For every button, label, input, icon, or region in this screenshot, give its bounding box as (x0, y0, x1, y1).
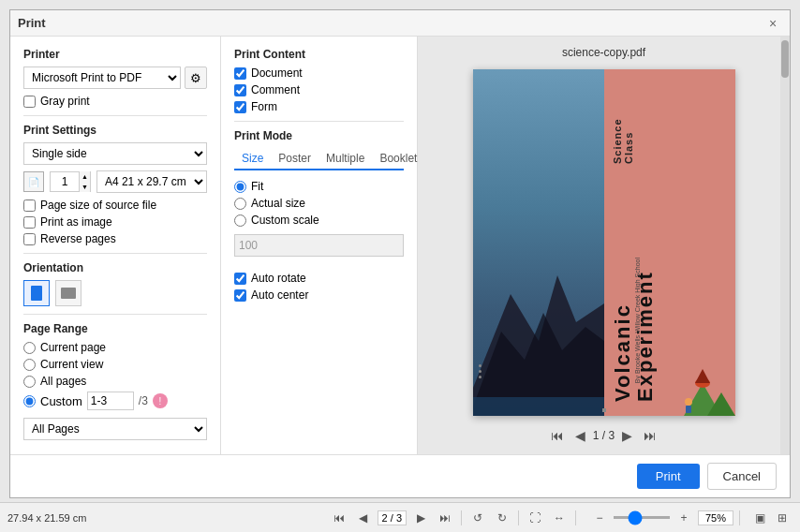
preview-page-indicator: 1 / 3 (593, 429, 615, 442)
orientation-icons (23, 280, 207, 306)
current-page-label[interactable]: Current page (40, 341, 106, 354)
printer-section-title: Printer (23, 48, 207, 61)
current-view-label[interactable]: Current view (40, 358, 103, 371)
preview-nav: ⏮ ◀ 1 / 3 ▶ ⏭ (547, 426, 660, 445)
reverse-pages-label[interactable]: Reverse pages (40, 232, 116, 245)
gray-print-label[interactable]: Gray print (40, 95, 90, 108)
print-as-image-label[interactable]: Print as image (40, 215, 112, 229)
bottom-illustration (674, 364, 735, 416)
page-source-label[interactable]: Page size of source file (40, 199, 156, 212)
gray-print-checkbox[interactable] (23, 96, 36, 108)
zoom-slider[interactable] (614, 516, 670, 519)
actual-size-radio[interactable] (234, 198, 246, 210)
preview-nav-first[interactable]: ⏮ (547, 426, 568, 445)
custom-scale-radio[interactable] (234, 214, 246, 227)
tab-multiple[interactable]: Multiple (319, 148, 372, 170)
continuous-view-button[interactable]: ⊞ (772, 508, 793, 528)
landscape-icon (60, 287, 77, 300)
printer-select[interactable]: Microsoft Print to PDF (23, 66, 181, 89)
comment-checkbox[interactable] (234, 84, 246, 96)
page-total: /3 (139, 394, 148, 407)
preview-scrollbar[interactable] (780, 37, 790, 454)
fit-label[interactable]: Fit (251, 180, 263, 193)
all-pages-radio[interactable] (23, 376, 36, 388)
pages-filter-select[interactable]: All Pages (23, 418, 207, 440)
custom-range-label[interactable]: Custom (40, 394, 82, 408)
preview-nav-next[interactable]: ▶ (618, 426, 636, 445)
dialog-title: Print (18, 16, 46, 30)
print-content-title: Print Content (234, 48, 404, 61)
zoom-out-button[interactable]: − (589, 508, 610, 528)
preview-nav-prev[interactable]: ◀ (571, 426, 589, 445)
svg-rect-10 (686, 406, 691, 413)
single-page-view-button[interactable]: ▣ (749, 508, 770, 528)
portrait-button[interactable] (23, 280, 50, 306)
form-checkbox[interactable] (234, 101, 246, 113)
all-pages-row: All pages (23, 375, 207, 388)
print-as-image-checkbox[interactable] (23, 216, 36, 229)
toolbar-navigate-prev[interactable]: ◀ (353, 508, 374, 528)
document-label[interactable]: Document (251, 66, 303, 80)
printer-row: Microsoft Print to PDF ⚙ (23, 66, 207, 89)
preview-page: Science Class Volcanic Experiment Willow… (473, 69, 735, 416)
preview-class-text: Science Class (612, 83, 634, 164)
actual-size-label[interactable]: Actual size (251, 197, 305, 210)
current-view-row: Current view (23, 358, 207, 371)
auto-rotate-label[interactable]: Auto rotate (251, 272, 306, 285)
auto-center-label[interactable]: Auto center (251, 288, 308, 302)
auto-center-checkbox[interactable] (234, 289, 246, 302)
toolbar-fit-width[interactable]: ↔ (549, 508, 570, 528)
comment-label[interactable]: Comment (251, 83, 300, 96)
landscape-button[interactable] (55, 280, 81, 306)
form-label[interactable]: Form (251, 100, 277, 113)
copies-up-button[interactable]: ▲ (80, 171, 90, 182)
current-view-radio[interactable] (23, 359, 36, 371)
zoom-percentage: 75% (698, 510, 733, 525)
bottom-indicator (602, 408, 606, 412)
current-page-radio[interactable] (23, 342, 36, 354)
close-button[interactable]: × (763, 14, 782, 33)
divider-1 (23, 115, 207, 116)
copies-input[interactable] (51, 172, 79, 191)
paper-size-select[interactable]: A4 21 x 29.7 cm (96, 170, 207, 193)
toolbar-rotate-right[interactable]: ↻ (492, 508, 512, 528)
all-pages-label[interactable]: All pages (40, 375, 86, 388)
custom-scale-label[interactable]: Custom scale (251, 214, 319, 227)
toolbar-rotate-left[interactable]: ↺ (467, 508, 488, 528)
document-checkbox[interactable] (234, 67, 246, 80)
auto-rotate-checkbox[interactable] (234, 273, 246, 285)
bottom-toolbar: 27.94 x 21.59 cm ⏮ ◀ 2 / 3 ▶ ⏭ ↺ ↻ ⛶ ↔ −… (0, 502, 800, 532)
cancel-button[interactable]: Cancel (707, 463, 777, 490)
custom-range-input[interactable] (87, 392, 134, 410)
info-icon[interactable]: ! (153, 393, 168, 408)
scale-value-input[interactable] (234, 234, 404, 257)
mountain-svg (473, 210, 604, 416)
toolbar-navigate-next[interactable]: ▶ (410, 508, 431, 528)
print-settings-title: Print Settings (23, 124, 207, 137)
scrollbar-thumb (781, 40, 789, 78)
tab-size[interactable]: Size (234, 148, 271, 170)
toolbar-fit-page[interactable]: ⛶ (525, 508, 545, 528)
auto-center-row: Auto center (234, 288, 404, 302)
copies-down-button[interactable]: ▼ (80, 182, 90, 192)
preview-dot-2 (479, 370, 481, 373)
toolbar-separator-3 (575, 510, 576, 525)
print-button[interactable]: Print (637, 464, 700, 489)
copies-stepper: ▲ ▼ (79, 171, 90, 192)
tab-poster[interactable]: Poster (271, 148, 319, 170)
divider-3 (23, 314, 207, 315)
custom-range-radio[interactable] (23, 395, 36, 407)
page-source-size-row: Page size of source file (23, 199, 207, 212)
reverse-pages-checkbox[interactable] (23, 233, 36, 245)
zoom-in-button[interactable]: + (674, 508, 694, 528)
page-source-checkbox[interactable] (23, 200, 36, 212)
preview-nav-last[interactable]: ⏭ (640, 426, 660, 445)
current-page-row: Current page (23, 341, 207, 354)
printer-settings-button[interactable]: ⚙ (185, 66, 207, 89)
toolbar-navigate-end[interactable]: ⏭ (435, 508, 455, 528)
fit-radio[interactable] (234, 181, 246, 193)
single-side-select[interactable]: Single side Both sides (23, 142, 207, 165)
toolbar-navigate-start[interactable]: ⏮ (329, 508, 349, 528)
svg-rect-0 (31, 286, 42, 301)
print-mode-title: Print Mode (234, 129, 404, 142)
